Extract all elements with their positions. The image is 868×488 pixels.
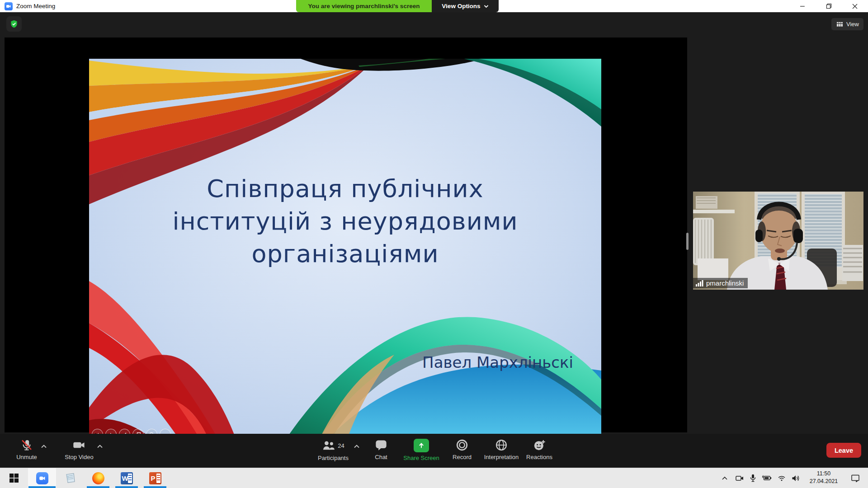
stop-video-button[interactable]: Stop Video — [61, 434, 98, 468]
view-button-label: View — [846, 21, 859, 28]
tray-camera-icon[interactable] — [733, 468, 746, 488]
participant-name-tag: pmarchlinski — [693, 278, 748, 288]
window-controls — [789, 0, 868, 12]
view-grid-icon — [836, 21, 844, 28]
participants-label: Participants — [318, 455, 349, 461]
taskbar-clock[interactable]: 11:50 27.04.2021 — [803, 470, 844, 485]
video-camera-icon — [72, 439, 86, 451]
participants-chevron[interactable] — [352, 441, 362, 451]
screen-viewing-banner: You are viewing pmarchlinski's screen — [296, 0, 432, 12]
chat-label: Chat — [375, 454, 387, 460]
notepad-icon — [65, 472, 76, 484]
video-options-chevron[interactable] — [95, 441, 105, 451]
presentation-slide: Співпраця публічних інституцій з неурядо… — [89, 59, 601, 443]
windows-taskbar: W P 11:50 27.04.2021 — [0, 468, 868, 488]
record-button[interactable]: Record — [445, 434, 479, 468]
participants-icon — [322, 440, 335, 451]
shield-check-icon — [9, 19, 19, 28]
tray-wifi-icon[interactable] — [775, 468, 788, 488]
mic-muted-icon — [20, 439, 33, 451]
close-button[interactable] — [842, 0, 868, 12]
globe-icon — [495, 439, 508, 451]
zoom-app-icon — [5, 2, 13, 10]
window-title: Zoom Meeting — [16, 3, 55, 9]
view-layout-button[interactable]: View — [831, 18, 863, 30]
view-options-button[interactable]: View Options — [432, 0, 499, 12]
unmute-label: Unmute — [16, 454, 37, 460]
chat-bubble-icon — [375, 439, 387, 451]
taskbar-app-powerpoint[interactable]: P — [147, 468, 163, 488]
reactions-smiley-icon — [533, 439, 546, 451]
record-icon — [456, 439, 468, 451]
chevron-up-icon — [722, 476, 728, 480]
title-bar: Zoom Meeting You are viewing pmarchlinsk… — [0, 0, 868, 12]
start-button[interactable] — [5, 468, 23, 488]
chevron-up-icon — [97, 444, 103, 448]
hidden-icons-chevron[interactable] — [719, 468, 731, 488]
unmute-button[interactable]: Unmute — [11, 434, 42, 468]
leave-button[interactable]: Leave — [826, 443, 861, 458]
zoom-meeting-window: Zoom Meeting You are viewing pmarchlinsk… — [0, 0, 868, 488]
signal-strength-icon — [696, 280, 703, 286]
restore-button[interactable] — [816, 0, 842, 12]
view-options-label: View Options — [442, 3, 480, 9]
slide-title: Співпраця публічних інституцій з неурядо… — [89, 173, 601, 270]
taskbar-underline-firefox — [87, 486, 109, 488]
share-screen-label: Share Screen — [403, 455, 439, 461]
record-label: Record — [453, 454, 472, 460]
taskbar-app-notepad[interactable] — [62, 468, 79, 488]
meeting-main-area: View — [0, 12, 868, 434]
action-center-button[interactable] — [846, 468, 864, 488]
taskbar-app-zoom[interactable] — [28, 468, 56, 488]
firefox-icon — [92, 472, 104, 484]
share-screen-button[interactable]: Share Screen — [398, 434, 445, 468]
viewing-banner-text: You are viewing pmarchlinski's screen — [308, 3, 420, 9]
chat-button[interactable]: Chat — [365, 434, 397, 468]
powerpoint-icon: P — [149, 472, 161, 484]
chevron-up-icon — [354, 444, 360, 448]
chevron-up-icon — [41, 444, 47, 448]
close-icon — [852, 4, 858, 9]
clock-date: 27.04.2021 — [803, 478, 844, 485]
zoom-taskbar-icon — [36, 472, 48, 484]
taskbar-active-underline — [28, 486, 56, 488]
taskbar-app-word[interactable]: W — [118, 468, 135, 488]
reactions-label: Reactions — [526, 454, 552, 460]
taskbar-underline-powerpoint — [144, 486, 166, 488]
reactions-button[interactable]: Reactions — [519, 434, 560, 468]
taskbar-app-firefox[interactable] — [90, 468, 106, 488]
share-screen-icon — [414, 439, 429, 452]
minimize-button[interactable] — [789, 0, 816, 12]
windows-logo-icon — [9, 474, 19, 483]
participant-name: pmarchlinski — [706, 279, 744, 287]
participant-video-feed — [693, 192, 863, 290]
word-icon: W — [121, 472, 133, 484]
shared-screen-area: Співпраця публічних інституцій з неурядо… — [5, 38, 687, 432]
tray-microphone-icon[interactable] — [747, 468, 759, 488]
slide-author: Павел Мархліньскі — [422, 353, 573, 371]
chevron-down-icon — [484, 5, 489, 8]
stop-video-label: Stop Video — [65, 454, 93, 460]
taskbar-underline-word — [115, 486, 138, 488]
action-center-icon — [851, 474, 860, 482]
participant-video[interactable]: pmarchlinski — [693, 192, 863, 290]
audio-options-chevron[interactable] — [39, 441, 49, 451]
tray-battery-icon[interactable] — [760, 468, 774, 488]
participants-count: 24 — [338, 442, 344, 449]
interpretation-label: Interpretation — [484, 454, 519, 460]
meeting-toolbar: Unmute Stop Video 24 — [0, 434, 868, 468]
minimize-icon — [800, 4, 805, 9]
tray-volume-icon[interactable] — [788, 468, 803, 488]
panel-resize-handle[interactable] — [686, 233, 689, 250]
restore-icon — [826, 3, 832, 9]
security-shield-badge[interactable] — [6, 16, 22, 32]
clock-time: 11:50 — [803, 470, 844, 478]
